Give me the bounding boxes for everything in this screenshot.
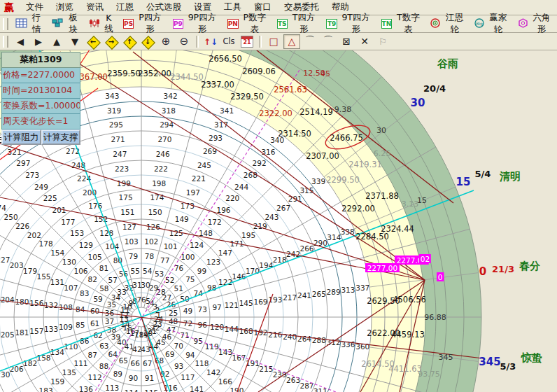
hexagon-button[interactable]: 六角形 <box>514 17 556 31</box>
shift-left-button[interactable]: ← <box>85 34 101 49</box>
ring-number: 246 <box>156 150 170 158</box>
nav-up-button[interactable]: ▲ <box>48 34 65 49</box>
wheel-label: 惊蛰 <box>521 351 542 364</box>
triangle-tool-button[interactable]: △ <box>283 34 300 49</box>
ring-number: 166 <box>218 377 232 386</box>
shift-up-button[interactable]: ↑ <box>121 34 138 49</box>
arc-ccw-tool-button[interactable]: ⌒ <box>320 34 337 49</box>
ring-number: 227 <box>0 255 10 264</box>
wheel-label: 2656.50 <box>209 54 242 64</box>
shift-right-button[interactable]: → <box>103 34 120 49</box>
ring-number: 112 <box>88 373 102 382</box>
ring-number: 156 <box>29 299 43 307</box>
wheel-label: 2419.31 <box>348 160 382 169</box>
ring-number: 31 <box>132 281 141 289</box>
ring-number: 337 <box>355 284 369 292</box>
ring-number: 90 <box>129 374 138 382</box>
wheel-label: 15 <box>456 176 471 188</box>
ring-number: 205 <box>1 330 15 339</box>
ring-number: 192 <box>254 328 268 337</box>
shift-down-button[interactable]: ↓ <box>139 34 156 49</box>
ring-number: 136 <box>79 385 93 392</box>
cls-button[interactable]: Cls <box>220 34 237 49</box>
center-x-tool-button[interactable]: ✕ <box>356 34 373 49</box>
wheel-label: 3.13 <box>402 200 419 209</box>
arc-ccw-tool-icon: ⌒ <box>323 35 333 48</box>
ring-number: 183 <box>39 386 53 392</box>
calc-resistance-button[interactable]: 计算阻力 <box>1 130 41 145</box>
wheel-label: 2561.63 <box>274 85 307 94</box>
ring-number: 195 <box>241 231 255 239</box>
ring-number: 79 <box>129 252 138 260</box>
wheel-label: 15 <box>417 196 427 205</box>
toolbar-label: 赢家轮 <box>487 12 509 36</box>
ring-number: 290 <box>313 239 327 247</box>
arrow-glyph: ← <box>90 38 96 46</box>
ring-number: 29 <box>149 284 158 292</box>
wheel-label: 30 <box>411 97 425 109</box>
wheel-label: 2371.88 <box>365 191 399 201</box>
ring-number: 179 <box>23 267 37 275</box>
calendar-button[interactable]: 21 <box>239 34 255 49</box>
nav-right-button[interactable]: ▶ <box>30 34 47 49</box>
zoom-out-button[interactable]: ⊖ <box>176 34 192 49</box>
square-tool-button[interactable]: □ <box>265 34 282 49</box>
wheel-label: 2284.50 <box>355 232 389 241</box>
ring-number: 288 <box>312 336 326 344</box>
ring-number: 7 <box>136 295 141 304</box>
ring-number: 153 <box>70 229 84 237</box>
ring-number: 87 <box>87 351 97 359</box>
ring-number: 59 <box>93 295 102 303</box>
ring-number: 128 <box>99 229 113 237</box>
ring-number: 113 <box>105 384 119 392</box>
ring-number: 114 <box>125 388 139 392</box>
winner-wheel-button[interactable]: Big赢家轮 <box>471 17 513 31</box>
t-table-button[interactable]: TNT数字表 <box>378 17 426 31</box>
arc-cw-tool-button[interactable]: ⌒ <box>302 34 318 49</box>
gann-wheel-button[interactable]: 江恩轮 <box>427 17 469 31</box>
9t-square-button[interactable]: T99T四方形 <box>323 17 376 31</box>
ring-number: 131 <box>50 278 64 286</box>
zoom-in-button[interactable]: ⊕ <box>157 34 174 49</box>
nav-down-button[interactable]: ▼ <box>66 34 83 49</box>
ring-number: 5 <box>146 297 150 305</box>
ring-number: 135 <box>62 368 76 377</box>
toolbar-label: 行情 <box>29 12 44 36</box>
ring-number: 108 <box>59 303 73 312</box>
nav-left-button[interactable]: ◀ <box>12 34 29 49</box>
ring-number: 174 <box>150 193 164 202</box>
app-logo: 赢 <box>4 1 14 14</box>
toolbar-separator <box>196 36 199 48</box>
sectors-button[interactable]: 板块 <box>48 17 84 31</box>
kline-button[interactable]: K线 <box>85 17 118 31</box>
boxed-x-tool-button[interactable]: ⊠ <box>338 34 355 49</box>
flag-tool-button[interactable]: ⚐ <box>374 34 391 49</box>
ring-number: 71 <box>180 331 189 340</box>
ring-number: 106 <box>74 267 88 275</box>
ring-number: 69 <box>165 350 174 358</box>
ring-number: 190 <box>230 386 244 392</box>
ring-number: 173 <box>181 202 195 210</box>
cls-icon: Cls <box>223 36 234 46</box>
ring-number: 4 <box>150 299 155 307</box>
ring-number: 37 <box>105 317 114 326</box>
ring-number: 117 <box>181 373 195 382</box>
quotes-button[interactable]: 行情 <box>12 17 48 31</box>
updown-arrows-button[interactable]: ↑↓ <box>202 34 219 49</box>
p-table-button[interactable]: PNP数字表 <box>224 17 272 31</box>
ring-number: 343 <box>105 92 119 100</box>
ring-number: 194 <box>259 261 273 270</box>
ring-number: 52 <box>165 276 174 284</box>
ring-number: 244 <box>234 183 248 191</box>
arc-cw-tool-icon: ⌒ <box>305 35 315 48</box>
ring-number: 93 <box>174 362 183 370</box>
9p-square-button[interactable]: P99P四方形 <box>169 17 223 31</box>
p-square-button[interactable]: PSP四方形 <box>120 17 168 31</box>
t-square-button[interactable]: TST四方形 <box>274 17 322 31</box>
calc-support-button[interactable]: 计算支撑 <box>41 130 81 145</box>
blocks-icon <box>52 18 66 30</box>
wheel-label: 2322.00 <box>259 108 292 118</box>
ring-number: 172 <box>208 218 222 226</box>
t9-box-icon: T9 <box>326 19 337 29</box>
gann-wheel-canvas[interactable]: 1234567891011121314151617181920212223242… <box>0 0 557 392</box>
